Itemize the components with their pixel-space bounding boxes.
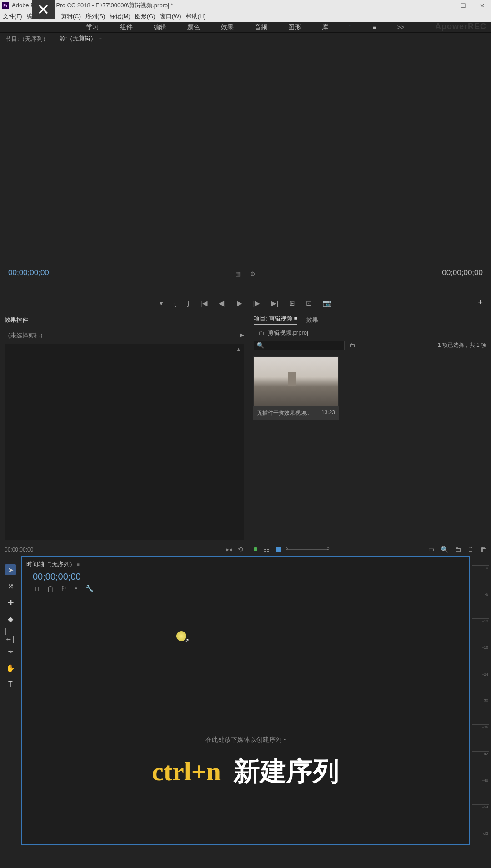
hand-tool[interactable]: ✋ — [5, 662, 16, 673]
overwrite-icon[interactable]: ⊡ — [306, 299, 312, 307]
monitor-timecode-in[interactable]: 00;00;00;00 — [8, 268, 49, 277]
play-icon[interactable]: ▶ — [237, 299, 242, 307]
workspace-editing[interactable]: 编辑 — [153, 23, 167, 31]
workspace-learning[interactable]: 学习 — [85, 23, 100, 31]
tab-effect-controls[interactable]: 效果控件 ≡ — [5, 316, 33, 324]
mark-in-icon[interactable]: { — [174, 299, 176, 307]
tab-effects[interactable]: 效果 — [306, 316, 318, 324]
bin-icon[interactable]: 🗀 — [349, 342, 355, 349]
workspace-library[interactable]: 库 — [321, 23, 329, 31]
timeline-timecode[interactable]: 00;00;00;00 — [26, 570, 465, 584]
window-controls: — ☐ ✕ — [441, 2, 489, 9]
record-indicator-icon[interactable] — [254, 547, 257, 551]
middle-panels: 效果控件 ≡ （未选择剪辑） ▶ ▲ 00;00;00;00 ▸◂ ⟲ 项目: … — [0, 314, 491, 556]
tab-menu-icon[interactable]: ≡ — [99, 36, 102, 41]
timeline-drop-hint: 在此处放下媒体以创建序列 - — [205, 736, 286, 744]
timeline-options: ⊓ ⋂ ⚐ • 🔧 — [26, 584, 465, 593]
main-menu-bar: 文件(F) 编辑(E) 剪辑(C) 序列(S) 标记(M) 图形(G) 窗口(W… — [0, 11, 491, 22]
settings-icon[interactable]: ⚙ — [250, 271, 256, 277]
tab-program[interactable]: 节目:（无序列） — [5, 33, 50, 45]
delete-icon[interactable]: 🗑 — [480, 546, 486, 553]
go-out-icon[interactable]: ▶| — [271, 299, 278, 307]
project-file-name: 剪辑视频.prproj — [268, 329, 308, 337]
find-icon[interactable]: 🔍 — [441, 546, 448, 553]
insert-icon[interactable]: ⊞ — [289, 299, 295, 307]
monitor-fit-controls: ▦ ⚙ — [235, 271, 256, 277]
menu-graphics[interactable]: 图形(G) — [135, 12, 155, 20]
overlay-close-icon[interactable]: ✕ — [32, 0, 55, 19]
tools-panel: ➤ ⤱ ✚ ◆ |↔| ✒ ✋ T — [0, 556, 21, 845]
workspace-more[interactable]: >> — [396, 24, 405, 31]
pen-tool[interactable]: ✒ — [5, 646, 16, 657]
selection-tool[interactable]: ➤ — [5, 564, 16, 575]
collapse-arrow-icon[interactable]: ▲ — [235, 346, 241, 353]
zoom-slider[interactable] — [287, 549, 328, 550]
pin-icon[interactable]: ⟲ — [238, 546, 243, 553]
linked-selection-icon[interactable]: ⋂ — [48, 585, 53, 592]
marker-add-icon[interactable]: ⚐ — [61, 585, 67, 592]
clip-duration: 13:23 — [321, 409, 335, 417]
marker-icon[interactable]: ▾ — [160, 299, 163, 307]
type-tool[interactable]: T — [5, 679, 16, 690]
icon-view-icon[interactable] — [276, 547, 281, 552]
slip-tool[interactable]: |↔| — [5, 630, 16, 641]
track-select-tool[interactable]: ⤱ — [5, 581, 16, 592]
go-in-icon[interactable]: |◀ — [200, 299, 208, 307]
clip-item[interactable]: 无插件干扰效果视频.. 13:23 — [253, 356, 339, 420]
minimize-button[interactable]: — — [441, 2, 447, 9]
workspace-color[interactable]: 颜色 — [186, 23, 201, 31]
button-editor-add[interactable]: + — [478, 298, 483, 307]
ripple-edit-tool[interactable]: ✚ — [5, 597, 16, 608]
safe-margins-icon[interactable]: ▦ — [235, 271, 241, 277]
workspace-graphics[interactable]: 图形 — [287, 23, 302, 31]
freeform-view-icon[interactable]: ▭ — [428, 546, 434, 553]
wrench-icon[interactable]: 🔧 — [85, 585, 93, 592]
new-bin-icon[interactable]: 🗀 — [455, 546, 461, 553]
workspace-audio[interactable]: 音频 — [254, 23, 268, 31]
workspace-effects[interactable]: 效果 — [220, 23, 235, 31]
step-forward-icon[interactable]: |▶ — [253, 299, 261, 307]
menu-file[interactable]: 文件(F) — [3, 12, 22, 20]
lower-area: ➤ ⤱ ✚ ◆ |↔| ✒ ✋ T 时间轴:（无序列） ≡ 00;00;00;0… — [0, 556, 491, 845]
clip-name: 无插件干扰效果视频.. — [257, 409, 309, 417]
maximize-button[interactable]: ☐ — [461, 2, 466, 9]
cursor-highlight — [176, 631, 186, 641]
audio-meter-scale: 0 -6 -12 -18 -24 -30 -36 -42 -48 -54 dB — [472, 565, 489, 836]
project-file-row: 🗀 剪辑视频.prproj — [249, 326, 491, 339]
tab-source[interactable]: 源:（无剪辑）≡ — [59, 33, 103, 45]
clip-thumbnail[interactable] — [254, 357, 338, 406]
playback-controls: ▾ { } |◀ ◀| ▶ |▶ ▶| ⊞ ⊡ 📷 — [160, 299, 332, 307]
razor-tool[interactable]: ◆ — [5, 613, 16, 624]
menu-help[interactable]: 帮助(H) — [186, 12, 206, 20]
timeline-body[interactable]: 在此处放下媒体以创建序列 - ctrl+n 新建序列 — [22, 595, 469, 831]
panel-grip-icon[interactable] — [48, 562, 50, 563]
project-search-input[interactable] — [264, 342, 341, 349]
workspace-assembly[interactable]: 组件 — [119, 23, 134, 31]
timeline-panel[interactable]: 时间轴:（无序列） ≡ 00;00;00;00 ⊓ ⋂ ⚐ • 🔧 在此处放下媒… — [21, 556, 470, 845]
settings-dot-icon[interactable]: • — [75, 585, 77, 592]
snap-icon[interactable]: ⊓ — [35, 585, 40, 592]
shortcut-label: ctrl+n — [152, 756, 221, 787]
export-frame-icon[interactable]: 📷 — [323, 299, 331, 307]
search-icon: 🔍 — [257, 342, 264, 349]
menu-marker[interactable]: 标记(M) — [110, 12, 130, 20]
monitor-timecode-out: 00;00;00;00 — [442, 268, 483, 277]
panel-menu-icon[interactable]: ≡ — [30, 316, 34, 323]
effect-controls-footer-icons: ▸◂ ⟲ — [226, 546, 243, 553]
project-bin[interactable]: 无插件干扰效果视频.. 13:23 — [249, 352, 491, 424]
menu-clip[interactable]: 剪辑(C) — [51, 12, 81, 20]
loop-icon[interactable]: ▸◂ — [226, 546, 232, 553]
expand-arrow-icon[interactable]: ▶ — [240, 331, 244, 340]
step-back-icon[interactable]: ◀| — [219, 299, 226, 307]
menu-window[interactable]: 窗口(W) — [160, 12, 181, 20]
tab-project[interactable]: 项目: 剪辑视频 ≡ — [254, 315, 297, 325]
new-item-icon[interactable]: 🗋 — [467, 546, 474, 553]
mark-out-icon[interactable]: } — [187, 299, 190, 307]
panel-menu-icon[interactable]: ≡ — [371, 24, 377, 31]
project-search[interactable]: 🔍 — [254, 341, 345, 350]
menu-sequence[interactable]: 序列(S) — [85, 12, 105, 20]
timeline-tab[interactable]: 时间轴:（无序列） ≡ — [26, 559, 465, 570]
project-item-count: 1 项已选择，共 1 项 — [438, 341, 486, 349]
list-view-icon[interactable]: ☷ — [264, 546, 270, 553]
close-button[interactable]: ✕ — [480, 2, 485, 9]
